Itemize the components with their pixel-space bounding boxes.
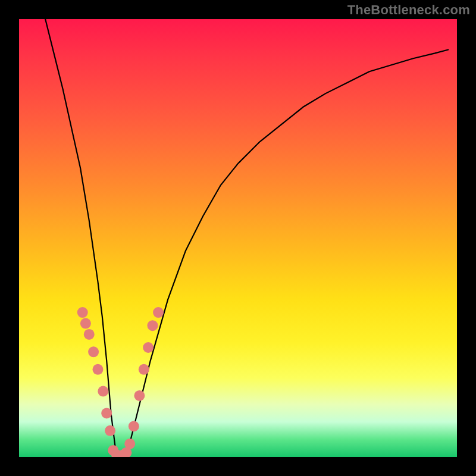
data-point	[101, 408, 112, 418]
data-point	[139, 364, 149, 375]
data-point	[105, 425, 115, 436]
data-point	[88, 346, 99, 357]
data-point	[124, 439, 135, 449]
data-point	[143, 342, 154, 353]
data-point	[147, 320, 158, 331]
data-point	[153, 307, 164, 318]
chart-stage: TheBottleneck.com	[0, 0, 476, 476]
data-points-group	[77, 307, 164, 457]
data-point	[134, 390, 145, 401]
plot-area	[19, 19, 457, 457]
data-point	[77, 307, 88, 318]
watermark-text: TheBottleneck.com	[347, 4, 470, 17]
data-point	[80, 318, 91, 329]
data-point	[98, 386, 108, 397]
data-point	[129, 421, 139, 431]
data-point	[92, 364, 103, 375]
data-point	[84, 329, 95, 340]
plot-svg	[19, 19, 457, 457]
